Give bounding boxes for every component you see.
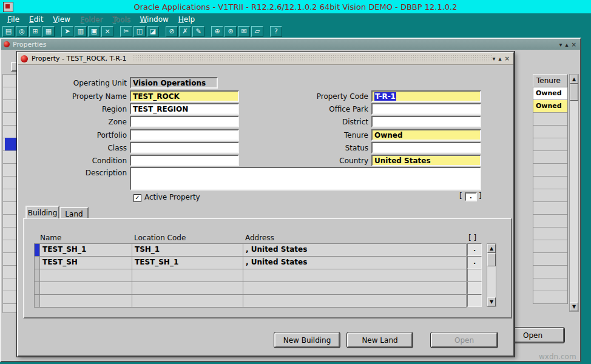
tenure-cell[interactable] — [533, 253, 567, 266]
folder-tools-icon[interactable]: ▱ — [251, 26, 263, 37]
copy-icon[interactable]: ◫ — [133, 26, 146, 37]
operating-unit-field[interactable]: Vision Operations — [130, 77, 218, 89]
record-indicator[interactable] — [35, 295, 40, 308]
row-flexfield[interactable] — [467, 269, 482, 281]
minimize-icon[interactable]: ▾ — [493, 55, 496, 62]
save-icon[interactable]: ▦ — [42, 26, 55, 37]
find-icon[interactable]: ◎ — [16, 26, 28, 37]
restore-icon[interactable]: ▴ — [499, 55, 502, 62]
tab-building[interactable]: Building — [25, 206, 59, 218]
location-code-cell[interactable] — [132, 295, 243, 308]
address-cell[interactable] — [243, 269, 467, 282]
window-help-icon[interactable]: ? — [270, 26, 282, 37]
tenure-cell[interactable] — [533, 266, 567, 278]
switch-responsibility-icon[interactable]: ▥ — [75, 26, 87, 37]
paste-icon[interactable]: ◪ — [147, 26, 159, 37]
cut-icon[interactable]: ✂ — [120, 26, 132, 37]
print-icon[interactable]: ▣ — [88, 26, 100, 37]
zoom-icon[interactable]: ⊕ — [211, 26, 223, 37]
record-indicator[interactable] — [35, 282, 40, 295]
tenure-cell[interactable] — [533, 228, 567, 240]
active-property-checkbox[interactable]: ✓ — [133, 194, 141, 202]
address-cell[interactable]: , United States — [243, 257, 467, 269]
menu-help[interactable]: Help — [174, 14, 200, 25]
tenure-cell[interactable] — [533, 177, 567, 189]
close-icon[interactable]: × — [572, 41, 576, 48]
zone-field[interactable] — [130, 116, 239, 127]
next-step-icon[interactable]: ➤ — [61, 26, 73, 37]
row-flexfield[interactable] — [467, 294, 482, 307]
country-field[interactable]: United States — [371, 155, 481, 166]
tenure-cell[interactable] — [533, 138, 567, 151]
tenure-cell[interactable] — [533, 126, 567, 138]
tenure-field[interactable]: Owned — [371, 129, 481, 141]
description-field[interactable] — [130, 167, 481, 190]
menu-file[interactable]: File — [2, 14, 24, 25]
property-name-field[interactable]: TEST_ROCK — [130, 90, 239, 102]
new-building-button[interactable]: New Building — [274, 332, 340, 348]
new-land-button[interactable]: New Land — [347, 332, 413, 348]
tenure-cell[interactable] — [533, 278, 567, 291]
tab-land[interactable]: Land — [59, 207, 89, 218]
name-cell[interactable] — [40, 269, 132, 282]
office-park-field[interactable] — [371, 103, 481, 115]
properties-vertical-scrollbar[interactable]: ▲ ▼ — [569, 74, 579, 312]
record-indicator[interactable] — [35, 269, 40, 282]
address-cell[interactable] — [243, 295, 467, 308]
new-icon[interactable]: ▤ — [2, 26, 15, 37]
status-field[interactable] — [371, 142, 481, 153]
show-navigator-icon[interactable]: ⊞ — [29, 26, 41, 37]
scroll-up-icon[interactable]: ▲ — [487, 244, 496, 253]
tenure-cell[interactable]: Owned — [533, 87, 567, 100]
flexfield[interactable]: . — [465, 192, 477, 201]
close-form-icon[interactable]: × — [101, 26, 113, 37]
name-cell[interactable]: TEST_SH_1 — [40, 244, 132, 257]
scrollbar-thumb[interactable] — [570, 84, 578, 101]
tenure-cell[interactable] — [533, 202, 567, 215]
name-cell[interactable]: TEST_SH — [40, 257, 132, 269]
attachments-icon[interactable]: ✉ — [238, 26, 250, 37]
name-cell[interactable] — [40, 282, 132, 295]
tenure-cell[interactable] — [533, 113, 567, 126]
menu-view[interactable]: View — [48, 14, 75, 25]
region-field[interactable]: TEST_REGION — [130, 103, 239, 115]
tenure-cell[interactable] — [533, 151, 567, 164]
translations-icon[interactable]: ⊛ — [225, 26, 237, 37]
delete-icon[interactable]: ✗ — [179, 26, 191, 37]
scroll-down-icon[interactable]: ▼ — [570, 302, 578, 311]
edit-field-icon[interactable]: ✎ — [192, 26, 204, 37]
tenure-cell[interactable] — [533, 189, 567, 202]
district-field[interactable] — [371, 116, 481, 127]
address-cell[interactable]: , United States — [243, 244, 467, 257]
location-code-cell[interactable] — [132, 269, 243, 282]
location-code-cell[interactable]: TSH_1 — [132, 244, 243, 257]
scroll-up-icon[interactable]: ▲ — [570, 75, 578, 84]
minimize-icon[interactable]: ▾ — [559, 41, 562, 48]
clear-record-icon[interactable]: ⊘ — [166, 26, 178, 37]
condition-field[interactable] — [130, 155, 239, 166]
location-code-cell[interactable]: TEST_SH_1 — [132, 257, 243, 269]
tenure-cell[interactable] — [533, 215, 567, 228]
name-cell[interactable] — [40, 295, 132, 308]
tenure-cell[interactable] — [533, 164, 567, 177]
record-indicator[interactable] — [35, 257, 40, 269]
menu-edit[interactable]: Edit — [24, 14, 48, 25]
table-vertical-scrollbar[interactable]: ▲ ▼ — [487, 243, 496, 307]
record-indicator[interactable] — [35, 244, 40, 257]
close-icon[interactable]: × — [505, 55, 510, 62]
tenure-cell[interactable]: Owned — [533, 100, 567, 113]
tenure-cell[interactable] — [533, 291, 567, 304]
scrollbar-thumb[interactable] — [487, 253, 496, 266]
menu-window[interactable]: Window — [135, 14, 174, 25]
row-flexfield[interactable]: . — [467, 256, 482, 269]
property-titlebar[interactable]: Property - TEST_ROCK, T-R-1 ▾ ▴ × — [18, 53, 513, 65]
portfolio-field[interactable] — [130, 129, 239, 141]
row-flexfield[interactable]: . — [467, 243, 482, 256]
class-field[interactable] — [130, 142, 239, 153]
location-code-cell[interactable] — [132, 282, 243, 295]
scroll-down-icon[interactable]: ▼ — [487, 297, 496, 306]
restore-icon[interactable]: ▴ — [566, 41, 569, 48]
row-flexfield[interactable] — [467, 281, 482, 294]
property-code-field[interactable]: T-R-1 — [371, 90, 481, 102]
tenure-cell[interactable] — [533, 240, 567, 253]
